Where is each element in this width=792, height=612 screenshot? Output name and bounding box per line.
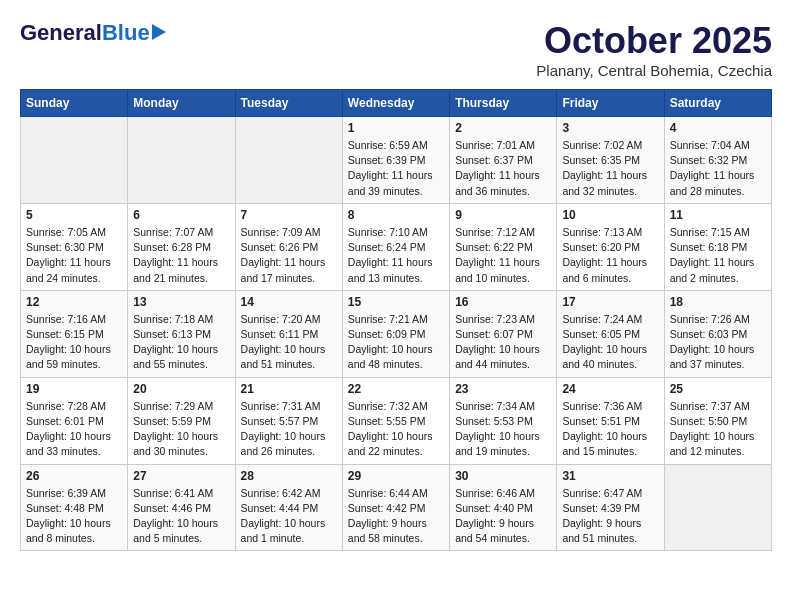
day-number: 14: [241, 295, 337, 309]
calendar-cell: 27Sunrise: 6:41 AM Sunset: 4:46 PM Dayli…: [128, 464, 235, 551]
day-info: Sunrise: 7:04 AM Sunset: 6:32 PM Dayligh…: [670, 138, 766, 199]
calendar-cell: 25Sunrise: 7:37 AM Sunset: 5:50 PM Dayli…: [664, 377, 771, 464]
day-info: Sunrise: 6:47 AM Sunset: 4:39 PM Dayligh…: [562, 486, 658, 547]
day-number: 8: [348, 208, 444, 222]
day-number: 30: [455, 469, 551, 483]
calendar-cell: 21Sunrise: 7:31 AM Sunset: 5:57 PM Dayli…: [235, 377, 342, 464]
calendar-cell: 23Sunrise: 7:34 AM Sunset: 5:53 PM Dayli…: [450, 377, 557, 464]
day-number: 21: [241, 382, 337, 396]
header-friday: Friday: [557, 90, 664, 117]
calendar-week-row: 12Sunrise: 7:16 AM Sunset: 6:15 PM Dayli…: [21, 290, 772, 377]
calendar-cell: 13Sunrise: 7:18 AM Sunset: 6:13 PM Dayli…: [128, 290, 235, 377]
day-info: Sunrise: 7:31 AM Sunset: 5:57 PM Dayligh…: [241, 399, 337, 460]
calendar-week-row: 5Sunrise: 7:05 AM Sunset: 6:30 PM Daylig…: [21, 203, 772, 290]
day-info: Sunrise: 6:44 AM Sunset: 4:42 PM Dayligh…: [348, 486, 444, 547]
day-number: 20: [133, 382, 229, 396]
calendar-cell: 31Sunrise: 6:47 AM Sunset: 4:39 PM Dayli…: [557, 464, 664, 551]
calendar-table: SundayMondayTuesdayWednesdayThursdayFrid…: [20, 89, 772, 551]
calendar-cell: [128, 117, 235, 204]
day-info: Sunrise: 7:10 AM Sunset: 6:24 PM Dayligh…: [348, 225, 444, 286]
header-tuesday: Tuesday: [235, 90, 342, 117]
day-info: Sunrise: 7:09 AM Sunset: 6:26 PM Dayligh…: [241, 225, 337, 286]
day-info: Sunrise: 7:37 AM Sunset: 5:50 PM Dayligh…: [670, 399, 766, 460]
calendar-cell: 20Sunrise: 7:29 AM Sunset: 5:59 PM Dayli…: [128, 377, 235, 464]
calendar-week-row: 1Sunrise: 6:59 AM Sunset: 6:39 PM Daylig…: [21, 117, 772, 204]
day-number: 19: [26, 382, 122, 396]
day-number: 16: [455, 295, 551, 309]
calendar-cell: 29Sunrise: 6:44 AM Sunset: 4:42 PM Dayli…: [342, 464, 449, 551]
day-info: Sunrise: 7:07 AM Sunset: 6:28 PM Dayligh…: [133, 225, 229, 286]
day-number: 26: [26, 469, 122, 483]
calendar-cell: 30Sunrise: 6:46 AM Sunset: 4:40 PM Dayli…: [450, 464, 557, 551]
day-number: 3: [562, 121, 658, 135]
page-header: General Blue October 2025 Planany, Centr…: [20, 20, 772, 79]
calendar-cell: [21, 117, 128, 204]
calendar-cell: [664, 464, 771, 551]
header-monday: Monday: [128, 90, 235, 117]
day-info: Sunrise: 7:05 AM Sunset: 6:30 PM Dayligh…: [26, 225, 122, 286]
day-info: Sunrise: 7:12 AM Sunset: 6:22 PM Dayligh…: [455, 225, 551, 286]
header-sunday: Sunday: [21, 90, 128, 117]
day-info: Sunrise: 6:42 AM Sunset: 4:44 PM Dayligh…: [241, 486, 337, 547]
day-info: Sunrise: 7:24 AM Sunset: 6:05 PM Dayligh…: [562, 312, 658, 373]
day-number: 5: [26, 208, 122, 222]
day-number: 12: [26, 295, 122, 309]
calendar-cell: 6Sunrise: 7:07 AM Sunset: 6:28 PM Daylig…: [128, 203, 235, 290]
header-saturday: Saturday: [664, 90, 771, 117]
day-number: 1: [348, 121, 444, 135]
calendar-cell: 17Sunrise: 7:24 AM Sunset: 6:05 PM Dayli…: [557, 290, 664, 377]
day-info: Sunrise: 6:59 AM Sunset: 6:39 PM Dayligh…: [348, 138, 444, 199]
calendar-week-row: 19Sunrise: 7:28 AM Sunset: 6:01 PM Dayli…: [21, 377, 772, 464]
header-wednesday: Wednesday: [342, 90, 449, 117]
day-number: 10: [562, 208, 658, 222]
day-info: Sunrise: 7:01 AM Sunset: 6:37 PM Dayligh…: [455, 138, 551, 199]
day-number: 31: [562, 469, 658, 483]
calendar-cell: 14Sunrise: 7:20 AM Sunset: 6:11 PM Dayli…: [235, 290, 342, 377]
calendar-cell: 26Sunrise: 6:39 AM Sunset: 4:48 PM Dayli…: [21, 464, 128, 551]
calendar-cell: 11Sunrise: 7:15 AM Sunset: 6:18 PM Dayli…: [664, 203, 771, 290]
calendar-cell: 18Sunrise: 7:26 AM Sunset: 6:03 PM Dayli…: [664, 290, 771, 377]
day-number: 22: [348, 382, 444, 396]
day-number: 9: [455, 208, 551, 222]
day-number: 2: [455, 121, 551, 135]
calendar-cell: 5Sunrise: 7:05 AM Sunset: 6:30 PM Daylig…: [21, 203, 128, 290]
logo: General Blue: [20, 20, 166, 46]
calendar-cell: 24Sunrise: 7:36 AM Sunset: 5:51 PM Dayli…: [557, 377, 664, 464]
calendar-cell: 8Sunrise: 7:10 AM Sunset: 6:24 PM Daylig…: [342, 203, 449, 290]
day-number: 28: [241, 469, 337, 483]
day-info: Sunrise: 7:26 AM Sunset: 6:03 PM Dayligh…: [670, 312, 766, 373]
day-number: 23: [455, 382, 551, 396]
calendar-cell: 9Sunrise: 7:12 AM Sunset: 6:22 PM Daylig…: [450, 203, 557, 290]
day-info: Sunrise: 7:29 AM Sunset: 5:59 PM Dayligh…: [133, 399, 229, 460]
calendar-cell: 10Sunrise: 7:13 AM Sunset: 6:20 PM Dayli…: [557, 203, 664, 290]
day-info: Sunrise: 7:02 AM Sunset: 6:35 PM Dayligh…: [562, 138, 658, 199]
day-info: Sunrise: 6:41 AM Sunset: 4:46 PM Dayligh…: [133, 486, 229, 547]
calendar-header-row: SundayMondayTuesdayWednesdayThursdayFrid…: [21, 90, 772, 117]
calendar-cell: [235, 117, 342, 204]
day-info: Sunrise: 7:36 AM Sunset: 5:51 PM Dayligh…: [562, 399, 658, 460]
day-number: 29: [348, 469, 444, 483]
day-info: Sunrise: 7:23 AM Sunset: 6:07 PM Dayligh…: [455, 312, 551, 373]
calendar-cell: 2Sunrise: 7:01 AM Sunset: 6:37 PM Daylig…: [450, 117, 557, 204]
day-info: Sunrise: 7:32 AM Sunset: 5:55 PM Dayligh…: [348, 399, 444, 460]
day-number: 17: [562, 295, 658, 309]
logo-general: General: [20, 20, 102, 46]
calendar-cell: 19Sunrise: 7:28 AM Sunset: 6:01 PM Dayli…: [21, 377, 128, 464]
logo-blue: Blue: [102, 20, 150, 46]
calendar-cell: 16Sunrise: 7:23 AM Sunset: 6:07 PM Dayli…: [450, 290, 557, 377]
day-info: Sunrise: 6:46 AM Sunset: 4:40 PM Dayligh…: [455, 486, 551, 547]
logo-arrow-icon: [152, 24, 166, 40]
day-number: 27: [133, 469, 229, 483]
calendar-cell: 4Sunrise: 7:04 AM Sunset: 6:32 PM Daylig…: [664, 117, 771, 204]
day-number: 11: [670, 208, 766, 222]
calendar-week-row: 26Sunrise: 6:39 AM Sunset: 4:48 PM Dayli…: [21, 464, 772, 551]
day-number: 7: [241, 208, 337, 222]
calendar-cell: 1Sunrise: 6:59 AM Sunset: 6:39 PM Daylig…: [342, 117, 449, 204]
calendar-cell: 7Sunrise: 7:09 AM Sunset: 6:26 PM Daylig…: [235, 203, 342, 290]
day-info: Sunrise: 7:18 AM Sunset: 6:13 PM Dayligh…: [133, 312, 229, 373]
title-block: October 2025 Planany, Central Bohemia, C…: [536, 20, 772, 79]
day-info: Sunrise: 6:39 AM Sunset: 4:48 PM Dayligh…: [26, 486, 122, 547]
day-number: 25: [670, 382, 766, 396]
day-info: Sunrise: 7:34 AM Sunset: 5:53 PM Dayligh…: [455, 399, 551, 460]
day-info: Sunrise: 7:16 AM Sunset: 6:15 PM Dayligh…: [26, 312, 122, 373]
